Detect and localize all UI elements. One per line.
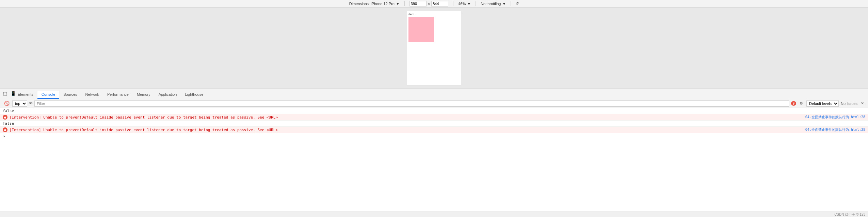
toolbar-separator-4 (511, 1, 511, 6)
height-input[interactable] (431, 1, 448, 6)
filter-input[interactable] (34, 100, 789, 107)
levels-selector[interactable]: Default levels (806, 100, 839, 107)
console-row-false-2: false (0, 121, 868, 127)
phone-frame: item (407, 11, 461, 86)
bottom-bar: CSDN @小子 © 123 (0, 212, 868, 217)
console-row-error-2: ● [Intervention] Unable to preventDefaul… (0, 127, 868, 133)
x-separator: × (428, 2, 430, 6)
throttle-label: No throttling (481, 2, 501, 6)
bottom-bar-text: CSDN @小子 © 123 (834, 212, 865, 217)
error-icon-1: ● (3, 115, 7, 120)
zoom-dropdown-icon: ▼ (467, 2, 471, 6)
tab-network[interactable]: Network (81, 91, 103, 99)
throttle-selector[interactable]: No throttling ▼ (479, 2, 508, 6)
refresh-icon: ↺ (516, 1, 519, 6)
prompt-symbol: > (3, 134, 5, 139)
dimensions-selector[interactable]: Dimensions: iPhone 12 Pro ▼ (347, 2, 402, 6)
top-toolbar: Dimensions: iPhone 12 Pro ▼ × 46% ▼ No t… (0, 0, 868, 7)
inspect-element-button[interactable]: ⬚ (1, 90, 9, 97)
toolbar-separator-3 (476, 1, 476, 6)
row-text-false-1: false (3, 109, 863, 113)
row-text-false-2: false (3, 121, 863, 126)
row-source-error-2[interactable]: 04.全面禁止事件的默认行为.html:28 (805, 127, 865, 132)
tab-performance[interactable]: Performance (103, 91, 133, 99)
pink-box (408, 17, 434, 42)
row-text-error-1: [Intervention] Unable to preventDefault … (10, 115, 803, 120)
no-issues-label: No Issues (841, 102, 857, 106)
devtools-panel: ⬚ 📱 Elements Console Sources Network Per… (0, 89, 868, 217)
console-input[interactable] (7, 134, 865, 139)
item-label: item (408, 13, 460, 16)
close-button[interactable]: ✕ (859, 100, 865, 106)
phone-content: item (407, 11, 461, 44)
viewport-area: item (0, 7, 868, 89)
tab-memory[interactable]: Memory (133, 91, 155, 99)
console-output: false ● [Intervention] Unable to prevent… (0, 108, 868, 212)
console-prompt-row: > (0, 133, 868, 139)
console-toolbar-left: 🚫 top 👁 (3, 100, 789, 107)
row-text-error-2: [Intervention] Unable to preventDefault … (10, 128, 803, 132)
tab-lighthouse[interactable]: Lighthouse (181, 91, 207, 99)
dimensions-dropdown-icon: ▼ (396, 2, 400, 6)
zoom-selector[interactable]: 46% ▼ (456, 2, 473, 6)
tab-elements[interactable]: Elements (14, 91, 37, 99)
tab-console[interactable]: Console (37, 91, 59, 99)
toolbar-separator-2 (453, 1, 453, 6)
error-icon-2: ● (3, 127, 7, 132)
context-selector[interactable]: top (12, 100, 27, 107)
dimensions-label: Dimensions: iPhone 12 Pro (349, 2, 395, 6)
settings-button[interactable]: ⚙ (798, 100, 804, 106)
issues-badge[interactable]: 9 (791, 101, 797, 106)
console-toolbar: 🚫 top 👁 9 ⚙ Default levels No Issues ✕ (0, 99, 868, 108)
tab-sources[interactable]: Sources (59, 91, 81, 99)
width-input-container: × (407, 1, 450, 6)
console-row-false-1: false (0, 108, 868, 114)
refresh-button[interactable]: ↺ (514, 1, 521, 6)
devtools-tabs: Elements Console Sources Network Perform… (0, 89, 868, 99)
console-row-error-1: ● [Intervention] Unable to preventDefaul… (0, 114, 868, 121)
throttle-dropdown-icon: ▼ (502, 2, 506, 6)
row-source-error-1[interactable]: 04.全面禁止事件的默认行为.html:28 (805, 115, 865, 120)
device-toggle-button[interactable]: 📱 (10, 90, 17, 97)
custom-formatters-button[interactable]: 👁 (29, 101, 33, 106)
width-input[interactable] (409, 1, 427, 6)
tab-application[interactable]: Application (155, 91, 181, 99)
console-toolbar-right: 9 ⚙ Default levels No Issues ✕ (791, 100, 865, 107)
zoom-label: 46% (458, 2, 466, 6)
clear-console-button[interactable]: 🚫 (3, 100, 11, 107)
toolbar-separator-1 (404, 1, 405, 6)
